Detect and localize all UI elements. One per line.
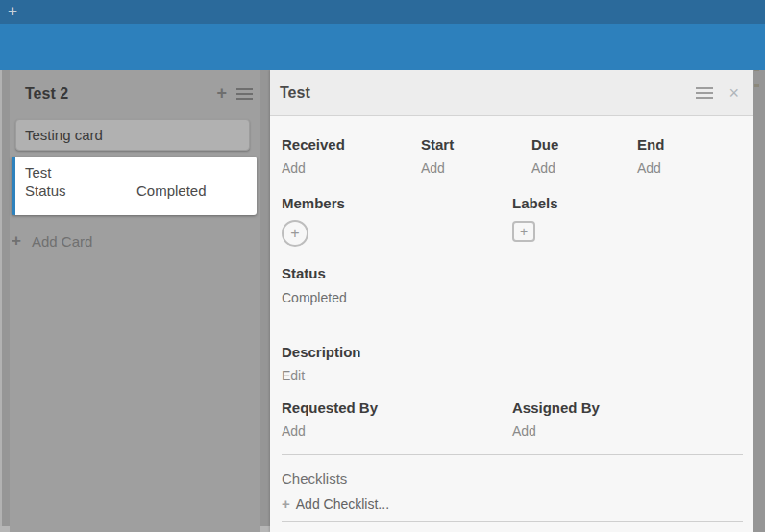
status-field-label: Status (282, 265, 743, 281)
plus-icon: + (290, 225, 299, 242)
clipped-content-mark (754, 70, 759, 71)
minicard-custom-field: Status Completed (25, 181, 247, 200)
assigned-by-section: Assigned By Add (512, 399, 743, 440)
received-add-link[interactable]: Add (282, 160, 421, 177)
section-divider (282, 454, 743, 455)
assigned-by-add-link[interactable]: Add (512, 423, 743, 440)
requested-by-section: Requested By Add (282, 399, 512, 440)
wekan-app: + Test 2 + Testing card Test Status Comp… (0, 0, 765, 532)
add-checklist-button[interactable]: + Add Checklist... (282, 496, 743, 512)
checklists-label: Checklists (282, 471, 743, 487)
list-add-card-icon[interactable]: + (216, 84, 227, 104)
received-date-section: Received Add (282, 136, 421, 177)
minicard-field-value: Completed (136, 181, 207, 200)
card-detail-title: Test (280, 85, 696, 102)
end-add-link[interactable]: Add (637, 160, 743, 177)
card-compose-value: Testing card (25, 127, 103, 143)
description-label: Description (282, 344, 743, 360)
plus-icon: + (520, 224, 528, 239)
due-add-link[interactable]: Add (531, 160, 637, 177)
members-labels-row: Members + Labels + (282, 195, 743, 247)
received-label: Received (282, 136, 421, 153)
members-label: Members (282, 195, 512, 211)
list-menu-icon[interactable] (236, 85, 253, 103)
card-detail-header: Test × (270, 70, 753, 116)
card-detail-panel: Test × Received Add Start Add Due (270, 70, 753, 532)
due-label: Due (531, 136, 637, 153)
status-field-value[interactable]: Completed (282, 290, 743, 306)
description-edit-link[interactable]: Edit (282, 368, 743, 384)
add-board-icon[interactable]: + (8, 2, 17, 21)
requested-by-add-link[interactable]: Add (282, 423, 512, 440)
section-divider (282, 521, 743, 522)
add-card-label: Add Card (32, 233, 92, 250)
due-date-section: Due Add (531, 136, 637, 177)
end-date-section: End Add (637, 136, 743, 177)
add-checklist-label: Add Checklist... (296, 496, 389, 512)
board-left-edge (0, 70, 2, 532)
end-label: End (637, 136, 743, 153)
card-detail-body: Received Add Start Add Due Add End Add (270, 136, 753, 522)
clipped-content-mark (754, 84, 759, 87)
add-member-button[interactable]: + (282, 220, 308, 247)
plus-icon: + (282, 496, 290, 512)
add-card-button[interactable]: + Add Card (12, 231, 92, 251)
app-header-bar: + (0, 0, 765, 24)
minicard-field-label: Status (25, 181, 136, 200)
dates-row: Received Add Start Add Due Add End Add (282, 136, 743, 177)
start-label: Start (421, 136, 531, 153)
requested-assigned-row: Requested By Add Assigned By Add (282, 399, 743, 440)
minicard-test[interactable]: Test Status Completed (12, 157, 257, 215)
labels-label: Labels (512, 195, 743, 211)
add-label-button[interactable]: + (512, 221, 535, 242)
list-title: Test 2 (25, 85, 216, 103)
minicard-title: Test (25, 163, 247, 181)
members-section: Members + (282, 195, 512, 247)
start-add-link[interactable]: Add (421, 160, 531, 177)
plus-icon: + (12, 231, 21, 251)
close-icon[interactable]: × (728, 85, 739, 102)
board-canvas: Test 2 + Testing card Test Status Comple… (0, 70, 765, 532)
list-header: Test 2 + (10, 70, 260, 104)
card-compose-input[interactable]: Testing card (15, 119, 250, 151)
requested-by-label: Requested By (282, 399, 512, 416)
card-menu-icon[interactable] (696, 85, 713, 102)
list-test-2: Test 2 + Testing card (10, 70, 260, 532)
labels-section: Labels + (512, 195, 743, 247)
board-header-bar (0, 24, 765, 70)
start-date-section: Start Add (421, 136, 531, 177)
assigned-by-label: Assigned By (512, 399, 743, 416)
